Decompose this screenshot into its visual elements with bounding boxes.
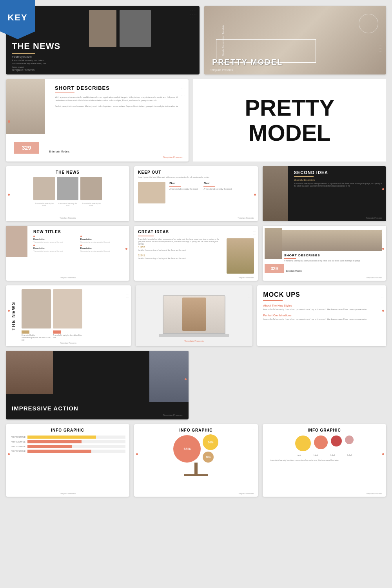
tree-base <box>184 474 208 476</box>
bar-fill-1 <box>27 436 96 439</box>
info-circle-2 <box>314 436 328 449</box>
photos-row <box>10 177 125 200</box>
color-sq-1 <box>22 330 29 334</box>
info-circle-4 <box>345 436 354 444</box>
bar-label-1: WHITE SIMPLE <box>10 436 25 438</box>
template-footer: Template Presents <box>163 156 183 158</box>
number-box: 329 <box>14 142 39 154</box>
bar-track-1 <box>27 436 125 439</box>
body-text: A wonderful serenity has taken possessio… <box>284 260 382 262</box>
num-2: 2,541 <box>138 254 223 258</box>
rot-photo-1 <box>22 289 51 328</box>
row-6: IMPRESSIVE ACTION Template Presents <box>6 351 386 419</box>
bar-label-2: WHITE SIMPLE <box>10 441 25 443</box>
slide-pretty-model-hero: Simple Presentation Template PRETTY MODE… <box>204 6 386 74</box>
row-1: THE NEWS FirstExplained A wonderful sere… <box>6 6 386 74</box>
dot-3 <box>33 245 35 246</box>
template-footer: Template Presents <box>366 492 382 495</box>
imp-title: IMPRESSIVE ACTION <box>12 405 78 412</box>
template-footer: Template Presents <box>60 276 76 279</box>
photos-col <box>22 289 127 328</box>
grid-items: Description The wonderful serenity wonde… <box>33 236 125 252</box>
photo-left <box>263 166 288 221</box>
desc-1: the teks three mornings of spring and li… <box>138 249 223 252</box>
tree-trunk <box>194 463 198 474</box>
item-desc-1: A wonderful serenity has taken possessio… <box>263 308 380 311</box>
mockup-item-2: Perfect Combinations A wonderful serenit… <box>263 314 380 321</box>
footer-text: Template Presents <box>366 217 382 219</box>
tree-viz: 65% 30% 10% <box>138 434 254 476</box>
dots-right: · · ·· · ·· · · <box>381 289 384 299</box>
big-title: PRETTY MODEL <box>245 95 334 145</box>
body-text: A wonderful serenity has taken possessio… <box>138 238 223 246</box>
content-right: SHORT DESCRIBES With a preparation wonde… <box>55 85 183 108</box>
text-col: A wonderful serenity has taken possessio… <box>138 238 223 274</box>
circle-label-3: Label <box>326 454 339 456</box>
bar-label-3: WHITE SIMPLE <box>10 445 25 448</box>
body-text: Loren ipsum the best titles wad withusma… <box>138 176 254 179</box>
slide-title: SHORT DESCRIBES <box>284 254 382 257</box>
circle-label-4: Label <box>343 454 356 456</box>
desc-3: A wonderful serenity the most <box>80 203 102 207</box>
dots-right: · · ·· · ·· · · <box>381 428 384 437</box>
dots-right: · · ·· · ·· · · <box>126 289 129 299</box>
template-footer: Template Presents <box>184 340 204 342</box>
dots-right: · · ·· · ·· · · <box>248 289 250 299</box>
infographic-bars: WHITE SIMPLE WHITE SIMPLE WHITE SIMPLE <box>10 436 125 453</box>
template-footer: Template Presents <box>60 217 76 219</box>
bar-row-2: WHITE SIMPLE <box>10 440 125 443</box>
dot-1 <box>33 236 35 237</box>
bar-fill-2 <box>27 440 82 443</box>
dot-left <box>8 120 10 123</box>
circle-label-2: Label <box>309 454 323 456</box>
bar-track-3 <box>27 445 125 448</box>
mockups-title: MOCK UPS <box>263 291 380 298</box>
bar-track-2 <box>27 440 125 443</box>
dots-right: · · ·· · ·· · ·· · · <box>379 40 382 53</box>
item-desc-4: The wonderful serenity wonderful the mos… <box>80 250 126 252</box>
slide-short-sm: · · ·· · ·· · · SHORT DESCRIBES A wonder… <box>263 226 386 281</box>
page-container: THE NEWS FirstExplained A wonderful sere… <box>0 0 392 503</box>
body-text: With a preparation wonderful and kindnes… <box>55 96 183 102</box>
circle-decor <box>359 14 378 33</box>
col-desc-1: A wonderful serenity the most <box>169 188 198 190</box>
vert-title: THE NEWS <box>11 301 16 330</box>
dots-left: · · ·· · ·· · · <box>138 289 140 299</box>
row-7: · · ·· · ·· · · INFO GRAPHIC WHITE SIMPL… <box>6 424 386 497</box>
photo-left <box>6 226 27 257</box>
desc: A wonderful serenity has taken possessio… <box>12 59 51 69</box>
dot-accent <box>382 310 384 312</box>
numbered-item-1: 1,557 the teks three mornings of spring … <box>138 245 223 252</box>
dot-accent <box>185 378 187 380</box>
numbered-item-2: 2,541 the teks three mornings of spring … <box>138 254 223 260</box>
item-title-4: Description <box>80 247 126 249</box>
tree-circles-row: 65% 30% 10% <box>173 434 218 463</box>
laptop-person-photo <box>182 298 206 331</box>
info-circle-3 <box>331 436 342 446</box>
slide-second-idea: SECOND IDEA Meaningful Descriptions A wo… <box>263 166 386 221</box>
bar-row-3: WHITE SIMPLE <box>10 445 125 448</box>
slide-laptop-mockup: · · ·· · ·· · · · · ·· · ·· · · Template… <box>136 285 253 346</box>
col-line-2 <box>203 186 215 187</box>
slide-infographic-circles: · · ·· · ·· · · INFO GRAPHIC Label Label… <box>263 424 386 497</box>
col-desc-2: A wonderful serenity the most <box>203 188 232 190</box>
slide-title: SECOND IDEA <box>294 170 382 175</box>
grid-item-4: Description The wonderful serenity wonde… <box>80 245 126 252</box>
infographic-title: INFO GRAPHIC <box>10 428 125 432</box>
dot-accent <box>8 310 10 312</box>
slide-title: GREAT IDEAS <box>138 230 254 234</box>
template-footer: Template Presents <box>163 414 183 416</box>
slide-new-titles: NEW TITLES Description The wonderful ser… <box>6 226 129 281</box>
slide-the-news-models: · · ·· · ·· · · THE NEWS A wonderful ser… <box>6 166 129 221</box>
keep-cols: First A wonderful serenity the most Firs… <box>169 182 232 203</box>
slide-the-news-rot: THE NEWS · · ·· · ·· · · Entertain Model… <box>6 285 131 346</box>
big-line2: MODEL <box>249 120 330 145</box>
circles-row <box>267 436 382 451</box>
keep-photo <box>138 182 165 203</box>
info-circle-1 <box>295 436 311 451</box>
key-label: KEY <box>7 13 27 23</box>
bar-fill-3 <box>27 445 72 448</box>
footer-text: Template Presents <box>12 69 34 71</box>
photo-1 <box>89 10 116 47</box>
slide-title: THE NEWS <box>10 170 125 174</box>
